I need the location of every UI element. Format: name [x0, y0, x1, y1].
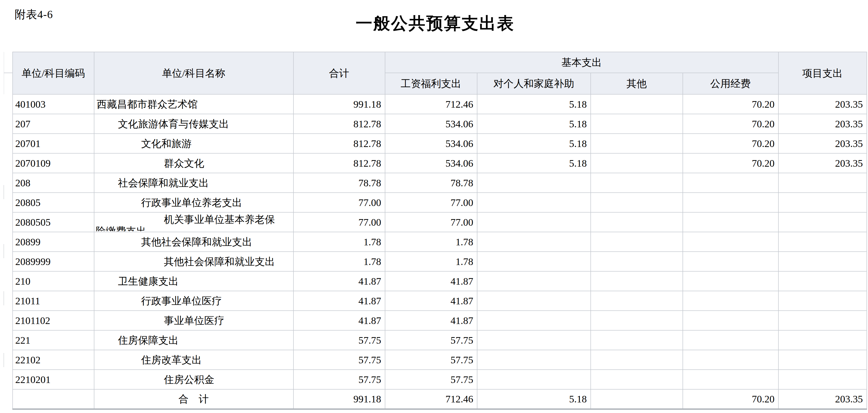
- value-cell: [778, 173, 867, 193]
- value-cell: 712.46: [385, 389, 477, 409]
- code-cell: 22102: [12, 350, 94, 370]
- value-cell: 1.78: [293, 232, 385, 252]
- name-cell: 住房公积金: [94, 370, 293, 389]
- left-sliver-cell: [4, 193, 12, 212]
- total-row: 合 计991.18712.465.1870.20203.35: [4, 389, 867, 409]
- value-cell: 41.87: [293, 291, 385, 311]
- left-sliver-cell: [4, 350, 12, 370]
- name-cell: 文化和旅游: [94, 134, 293, 153]
- left-sliver-cell: [4, 94, 12, 114]
- value-cell: 5.18: [477, 153, 591, 173]
- value-cell: [477, 193, 591, 212]
- value-cell: [591, 173, 683, 193]
- code-cell: [12, 389, 94, 409]
- value-cell: [591, 153, 683, 173]
- value-cell: 57.75: [293, 350, 385, 370]
- code-cell: 21011: [12, 291, 94, 311]
- value-cell: [683, 173, 778, 193]
- header-code: 单位/科目编码: [12, 52, 94, 94]
- table-row: 221住房保障支出57.7557.75: [4, 330, 867, 350]
- value-cell: [778, 252, 867, 271]
- value-cell: 203.35: [778, 94, 867, 114]
- table-row: 2070109群众文化812.78534.065.1870.20203.35: [4, 153, 867, 173]
- value-cell: [591, 330, 683, 350]
- value-cell: 712.46: [385, 94, 477, 114]
- value-cell: 5.18: [477, 114, 591, 134]
- name-cell: 其他社会保障和就业支出: [94, 232, 293, 252]
- value-cell: 77.00: [293, 193, 385, 212]
- header-basic-group: 基本支出: [385, 52, 778, 73]
- table-row: 21011行政事业单位医疗41.8741.87: [4, 291, 867, 311]
- value-cell: 57.75: [293, 370, 385, 389]
- left-sliver-cell: [4, 232, 12, 252]
- value-cell: [591, 134, 683, 153]
- table-row: 2101102事业单位医疗41.8741.87: [4, 311, 867, 330]
- table-row: 2080505机关事业单位基本养老保险缴费支出77.0077.00: [4, 212, 867, 232]
- wrapped-name: 机关事业单位基本养老保险缴费支出: [94, 212, 293, 231]
- value-cell: 57.75: [385, 370, 477, 389]
- header-row-1: 单位/科目编码 单位/科目名称 合计 基本支出 项目支出: [4, 52, 867, 73]
- header-personal-family: 对个人和家庭补助: [477, 73, 591, 94]
- value-cell: [591, 311, 683, 330]
- name-cell: 事业单位医疗: [94, 311, 293, 330]
- name-cell: 卫生健康支出: [94, 271, 293, 291]
- name-cell: 文化旅游体育与传媒支出: [94, 114, 293, 134]
- value-cell: 70.20: [683, 153, 778, 173]
- value-cell: 57.75: [385, 350, 477, 370]
- left-sliver-cell: [4, 153, 12, 173]
- value-cell: 41.87: [293, 311, 385, 330]
- name-cell: 行政事业单位养老支出: [94, 193, 293, 212]
- value-cell: 534.06: [385, 134, 477, 153]
- left-sliver-cell: [4, 52, 12, 73]
- value-cell: [591, 252, 683, 271]
- page-title: 一般公共预算支出表: [4, 12, 867, 35]
- value-cell: 70.20: [683, 94, 778, 114]
- value-cell: 70.20: [683, 389, 778, 409]
- value-cell: 41.87: [385, 311, 477, 330]
- header-project: 项目支出: [778, 52, 867, 94]
- value-cell: 203.35: [778, 114, 867, 134]
- value-cell: [778, 311, 867, 330]
- value-cell: 57.75: [385, 330, 477, 350]
- value-cell: [591, 212, 683, 232]
- header-name: 单位/科目名称: [94, 52, 293, 94]
- left-sliver-cell: [4, 271, 12, 291]
- value-cell: 991.18: [293, 389, 385, 409]
- table-body: 401003西藏昌都市群众艺术馆991.18712.465.1870.20203…: [4, 94, 867, 409]
- value-cell: 70.20: [683, 114, 778, 134]
- value-cell: [778, 350, 867, 370]
- code-cell: 210: [12, 271, 94, 291]
- code-cell: 207: [12, 114, 94, 134]
- code-cell: 2070109: [12, 153, 94, 173]
- value-cell: 1.78: [293, 252, 385, 271]
- value-cell: 41.87: [293, 271, 385, 291]
- value-cell: [683, 252, 778, 271]
- table-row: 2210201住房公积金57.7557.75: [4, 370, 867, 389]
- value-cell: [778, 212, 867, 232]
- code-cell: 2101102: [12, 311, 94, 330]
- left-sliver-cell: [4, 311, 12, 330]
- left-sliver-cell: [4, 291, 12, 311]
- code-cell: 208: [12, 173, 94, 193]
- table-row: 2089999其他社会保障和就业支出1.781.78: [4, 252, 867, 271]
- value-cell: [683, 212, 778, 232]
- code-cell: 221: [12, 330, 94, 350]
- value-cell: [683, 350, 778, 370]
- value-cell: 1.78: [385, 252, 477, 271]
- value-cell: [683, 330, 778, 350]
- value-cell: [591, 389, 683, 409]
- table-row: 22102住房改革支出57.7557.75: [4, 350, 867, 370]
- table-row: 20805行政事业单位养老支出77.0077.00: [4, 193, 867, 212]
- value-cell: [477, 212, 591, 232]
- value-cell: 203.35: [778, 153, 867, 173]
- code-cell: 2089999: [12, 252, 94, 271]
- value-cell: [683, 311, 778, 330]
- table-row: 20701文化和旅游812.78534.065.1870.20203.35: [4, 134, 867, 153]
- name-cell: 住房保障支出: [94, 330, 293, 350]
- value-cell: [683, 291, 778, 311]
- value-cell: 77.00: [385, 193, 477, 212]
- value-cell: [683, 232, 778, 252]
- code-cell: 20899: [12, 232, 94, 252]
- table-row: 401003西藏昌都市群众艺术馆991.18712.465.1870.20203…: [4, 94, 867, 114]
- left-sliver-cell: [4, 330, 12, 350]
